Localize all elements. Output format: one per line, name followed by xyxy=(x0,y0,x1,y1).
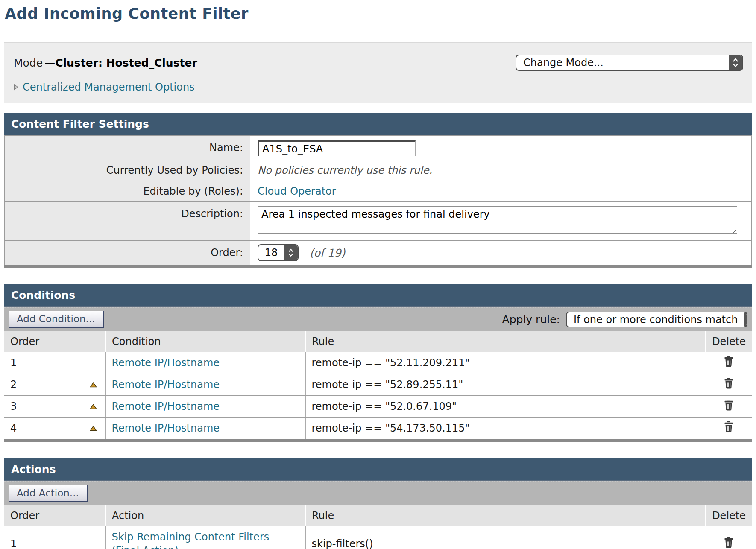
condition-row: 4 Remote IP/Hostname remote-ip == "54.17… xyxy=(4,418,752,439)
apply-rule-label: Apply rule: xyxy=(502,313,560,326)
condition-type-link[interactable]: Remote IP/Hostname xyxy=(112,400,220,412)
description-textarea[interactable]: Area 1 inspected messages for final deli… xyxy=(258,206,737,234)
action-rule: skip-filters() xyxy=(305,526,706,549)
name-label: Name: xyxy=(5,136,250,160)
delete-condition-trash-icon[interactable] xyxy=(724,400,734,411)
mode-label: Mode xyxy=(14,57,43,69)
add-condition-button[interactable]: Add Condition... xyxy=(9,311,104,328)
apply-rule-select-value: If one or more conditions match xyxy=(567,312,744,327)
actions-col-rule: Rule xyxy=(305,505,706,526)
actions-toolbar: Add Action... xyxy=(4,481,752,505)
order-select[interactable]: 18 xyxy=(258,244,299,261)
condition-rule: remote-ip == "52.11.209.211" xyxy=(305,352,706,374)
condition-type-link[interactable]: Remote IP/Hostname xyxy=(112,422,220,434)
action-type-link[interactable]: Skip Remaining Content Filters (Final Ac… xyxy=(112,530,299,549)
roles-row: Editable by (Roles): Cloud Operator xyxy=(5,181,752,202)
select-stepper-icon xyxy=(284,245,298,260)
move-up-icon[interactable] xyxy=(90,404,97,409)
order-total: (of 19) xyxy=(310,247,345,259)
move-up-icon[interactable] xyxy=(90,426,97,431)
conditions-section: Conditions Add Condition... Apply rule: … xyxy=(4,284,752,442)
delete-condition-trash-icon[interactable] xyxy=(724,421,734,432)
condition-order: 4 xyxy=(10,422,17,434)
change-mode-select[interactable]: Change Mode... xyxy=(516,55,743,71)
conditions-col-delete: Delete xyxy=(706,331,752,352)
condition-type-link[interactable]: Remote IP/Hostname xyxy=(112,357,220,369)
condition-order: 2 xyxy=(10,379,17,391)
cloud-operator-link[interactable]: Cloud Operator xyxy=(258,185,336,197)
description-label: Description: xyxy=(5,202,250,241)
mode-value: —Cluster: Hosted_Cluster xyxy=(44,57,197,69)
name-row: Name: xyxy=(5,136,752,160)
add-action-button[interactable]: Add Action... xyxy=(9,485,88,502)
conditions-col-condition: Condition xyxy=(105,331,305,352)
condition-rule: remote-ip == "52.89.255.11" xyxy=(305,374,706,396)
delete-condition-trash-icon[interactable] xyxy=(724,356,734,367)
delete-condition-trash-icon[interactable] xyxy=(724,378,734,389)
condition-row: 1 Remote IP/Hostname remote-ip == "52.11… xyxy=(4,352,752,374)
change-mode-select-value: Change Mode... xyxy=(516,55,729,70)
content-filter-settings-header: Content Filter Settings xyxy=(4,113,752,135)
order-row: Order: 18 (of 19) xyxy=(5,241,752,265)
mode-panel: Mode—Cluster: Hosted_Cluster Change Mode… xyxy=(4,42,752,103)
policies-value: No policies currently use this rule. xyxy=(258,164,432,176)
actions-header: Actions xyxy=(4,458,752,481)
move-up-icon[interactable] xyxy=(90,382,97,388)
condition-order: 3 xyxy=(10,400,17,412)
condition-row: 2 Remote IP/Hostname remote-ip == "52.89… xyxy=(4,374,752,396)
mode-text: Mode—Cluster: Hosted_Cluster xyxy=(14,57,197,69)
action-order: 1 xyxy=(10,538,17,549)
actions-col-order: Order xyxy=(4,505,105,526)
actions-col-delete: Delete xyxy=(706,505,752,526)
apply-rule-select[interactable]: If one or more conditions match xyxy=(566,312,747,327)
order-label: Order: xyxy=(5,241,250,265)
select-stepper-icon xyxy=(744,312,747,327)
order-select-value: 18 xyxy=(258,245,284,260)
action-row: 1 Skip Remaining Content Filters (Final … xyxy=(4,526,752,549)
actions-col-action: Action xyxy=(105,505,305,526)
page-title: Add Incoming Content Filter xyxy=(5,5,752,22)
conditions-toolbar: Add Condition... Apply rule: If one or m… xyxy=(4,307,752,331)
description-row: Description: Area 1 inspected messages f… xyxy=(5,202,752,241)
name-input[interactable] xyxy=(258,140,416,156)
centralized-management-options-link[interactable]: Centralized Management Options xyxy=(23,81,195,93)
delete-action-trash-icon[interactable] xyxy=(724,537,734,548)
condition-type-link[interactable]: Remote IP/Hostname xyxy=(112,379,220,391)
conditions-col-order: Order xyxy=(4,331,105,352)
content-filter-settings-section: Content Filter Settings Name: Currently … xyxy=(4,113,752,268)
condition-row: 3 Remote IP/Hostname remote-ip == "52.0.… xyxy=(4,396,752,418)
condition-rule: remote-ip == "54.173.50.115" xyxy=(305,418,706,439)
actions-section: Actions Add Action... Order Action Rule … xyxy=(4,458,752,549)
select-stepper-icon xyxy=(729,55,742,70)
condition-rule: remote-ip == "52.0.67.109" xyxy=(305,396,706,418)
condition-order: 1 xyxy=(10,357,17,369)
conditions-col-rule: Rule xyxy=(305,331,706,352)
policies-row: Currently Used by Policies: No policies … xyxy=(5,160,752,181)
expand-triangle-icon[interactable] xyxy=(14,84,18,91)
conditions-header: Conditions xyxy=(4,284,752,307)
policies-label: Currently Used by Policies: xyxy=(5,160,250,181)
roles-label: Editable by (Roles): xyxy=(5,181,250,202)
